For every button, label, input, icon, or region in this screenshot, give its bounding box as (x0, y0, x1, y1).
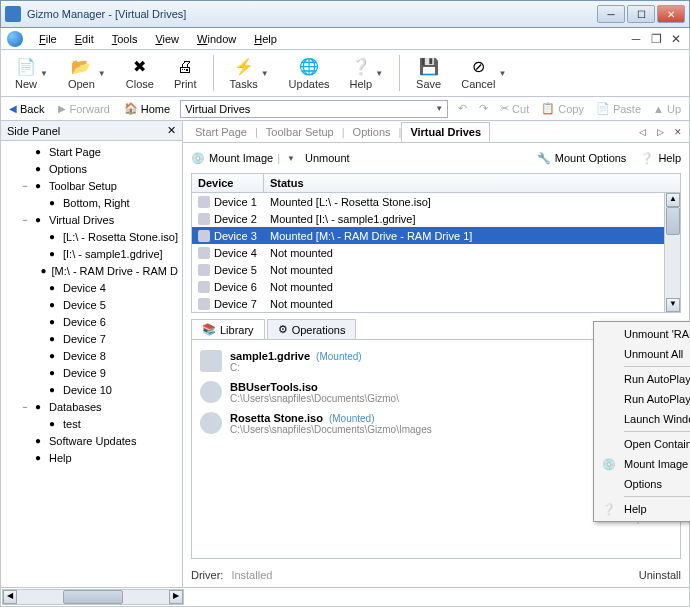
scroll-right-arrow-icon[interactable]: ▶ (169, 590, 183, 604)
tree-item[interactable]: ●[I:\ - sample1.gdrive] (5, 245, 182, 262)
tree-item[interactable]: ●Options (5, 160, 182, 177)
cancel-button[interactable]: ⊘Cancel▼ (453, 55, 514, 92)
table-row[interactable]: Device 2Mounted [I:\ - sample1.gdrive] (192, 210, 680, 227)
tree-item[interactable]: −●Virtual Drives (5, 211, 182, 228)
vertical-scrollbar[interactable]: ▲ ▼ (664, 193, 680, 312)
tree-item[interactable]: ●Device 7 (5, 330, 182, 347)
forward-button[interactable]: ▶Forward (54, 103, 113, 115)
scroll-thumb[interactable] (666, 207, 680, 235)
tree-item[interactable]: ●Bottom, Right (5, 194, 182, 211)
tab-scroll-right[interactable]: ▷ (653, 127, 667, 137)
tab-virtual-drives[interactable]: Virtual Drives (401, 122, 490, 142)
menu-help[interactable]: Help (246, 31, 285, 47)
tree-item[interactable]: ●Device 8 (5, 347, 182, 364)
context-menu-item[interactable]: Run AutoPlay, or launch Windows Explorer (596, 369, 690, 389)
print-button[interactable]: 🖨Print (166, 55, 205, 92)
tab-close-button[interactable]: ✕ (671, 127, 685, 137)
uninstall-button[interactable]: Uninstall (639, 569, 681, 581)
mdi-restore-button[interactable]: ❐ (649, 32, 663, 46)
tab-operations[interactable]: ⚙Operations (267, 319, 357, 339)
tab-options[interactable]: Options (345, 123, 399, 141)
context-menu-item[interactable]: Unmount 'RAM Drive - RAM Drive 1' (596, 324, 690, 344)
back-button[interactable]: ◀Back (5, 103, 48, 115)
dropdown-arrow-icon[interactable]: ▼ (40, 69, 48, 78)
dropdown-arrow-icon[interactable]: ▼ (435, 104, 443, 113)
dropdown-arrow-icon[interactable]: ▼ (98, 69, 106, 78)
tree-item[interactable]: ●Device 9 (5, 364, 182, 381)
table-row[interactable]: Device 6Not mounted (192, 278, 680, 295)
dropdown-arrow-icon[interactable]: ▼ (261, 69, 269, 78)
context-menu-item[interactable]: Unmount All (596, 344, 690, 364)
context-menu-item[interactable]: Run AutoPlay (596, 389, 690, 409)
context-menu-item[interactable]: Open Containing Folder (596, 434, 690, 454)
column-status[interactable]: Status (264, 174, 680, 192)
copy-button[interactable]: 📋Copy (537, 102, 588, 115)
scroll-left-arrow-icon[interactable]: ◀ (3, 590, 17, 604)
context-menu-item[interactable]: Options (596, 474, 690, 494)
tree-item[interactable]: ●[M:\ - RAM Drive - RAM D (5, 262, 182, 279)
unmount-button[interactable]: Unmount (305, 152, 350, 164)
up-button[interactable]: ▲Up (649, 102, 685, 115)
address-input[interactable]: Virtual Drives▼ (180, 100, 448, 118)
scroll-down-arrow-icon[interactable]: ▼ (666, 298, 680, 312)
tree-item[interactable]: ●Device 5 (5, 296, 182, 313)
scroll-up-arrow-icon[interactable]: ▲ (666, 193, 680, 207)
cut-button[interactable]: ✂Cut (496, 102, 533, 115)
menu-window[interactable]: Window (189, 31, 244, 47)
paste-button[interactable]: 📄Paste (592, 102, 645, 115)
home-button[interactable]: 🏠Home (120, 102, 174, 115)
mount-image-button[interactable]: 💿Mount Image|▼ (191, 152, 295, 165)
tasks-button[interactable]: ⚡Tasks▼ (222, 55, 277, 92)
table-row[interactable]: Device 3Mounted [M:\ - RAM Drive - RAM D… (192, 227, 680, 244)
table-row[interactable]: Device 1Mounted [L:\ - Rosetta Stone.iso… (192, 193, 680, 210)
tab-scroll-left[interactable]: ◁ (635, 127, 649, 137)
tab-library[interactable]: 📚Library (191, 319, 265, 339)
open-button[interactable]: 📂Open▼ (60, 55, 114, 92)
tree-twisty-icon[interactable]: − (19, 402, 31, 412)
menu-view[interactable]: View (147, 31, 187, 47)
new-button[interactable]: 📄New▼ (7, 55, 56, 92)
tree-twisty-icon[interactable]: − (19, 181, 31, 191)
menu-file[interactable]: File (31, 31, 65, 47)
maximize-button[interactable]: ☐ (627, 5, 655, 23)
menu-tools[interactable]: Tools (104, 31, 146, 47)
menu-edit[interactable]: Edit (67, 31, 102, 47)
horizontal-scrollbar[interactable]: ◀ ▶ (2, 589, 184, 605)
tree-item[interactable]: ●Start Page (5, 143, 182, 160)
tree-item[interactable]: ●Device 10 (5, 381, 182, 398)
dropdown-arrow-icon[interactable]: ▼ (375, 69, 383, 78)
tree-item[interactable]: ●Device 4 (5, 279, 182, 296)
mount-options-button[interactable]: 🔧Mount Options (537, 152, 627, 165)
tree-item[interactable]: ●[L:\ - Rosetta Stone.iso] (5, 228, 182, 245)
mdi-minimize-button[interactable]: ─ (629, 32, 643, 46)
dropdown-arrow-icon[interactable]: ▼ (287, 154, 295, 163)
help-button[interactable]: ❔Help▼ (342, 55, 392, 92)
table-row[interactable]: Device 5Not mounted (192, 261, 680, 278)
column-device[interactable]: Device (192, 174, 264, 192)
side-panel-close-button[interactable]: ✕ (167, 124, 176, 137)
table-row[interactable]: Device 7Not mounted (192, 295, 680, 312)
tree-item[interactable]: ●Help (5, 449, 182, 466)
context-menu-item[interactable]: 💿Mount Image (596, 454, 690, 474)
tree-item[interactable]: ●test (5, 415, 182, 432)
dropdown-arrow-icon[interactable]: ▼ (498, 69, 506, 78)
help-button[interactable]: ❔Help (640, 152, 681, 165)
tab-toolbar-setup[interactable]: Toolbar Setup (258, 123, 342, 141)
scroll-thumb[interactable] (63, 590, 123, 604)
save-button[interactable]: 💾Save (408, 55, 449, 92)
context-menu-item[interactable]: ❔Help (596, 499, 690, 519)
updates-button[interactable]: 🌐Updates (281, 55, 338, 92)
app-menu-icon[interactable] (7, 31, 23, 47)
mdi-close-button[interactable]: ✕ (669, 32, 683, 46)
table-row[interactable]: Device 4Not mounted (192, 244, 680, 261)
tree-item[interactable]: −●Toolbar Setup (5, 177, 182, 194)
tree-item[interactable]: −●Databases (5, 398, 182, 415)
close-button[interactable]: ✕ (657, 5, 685, 23)
close-button[interactable]: ✖Close (118, 55, 162, 92)
redo-button[interactable]: ↷ (475, 102, 492, 115)
context-menu-item[interactable]: Launch Windows Explorer (596, 409, 690, 429)
minimize-button[interactable]: ─ (597, 5, 625, 23)
tree-item[interactable]: ●Device 6 (5, 313, 182, 330)
tree-twisty-icon[interactable]: − (19, 215, 31, 225)
tab-start-page[interactable]: Start Page (187, 123, 255, 141)
